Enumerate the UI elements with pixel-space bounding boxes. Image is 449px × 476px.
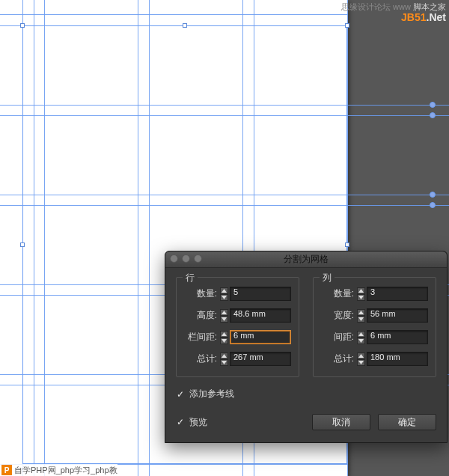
stepper-down-icon[interactable] <box>357 359 365 366</box>
dialog-titlebar[interactable]: 分割为网格 <box>165 251 447 268</box>
stepper-up-icon[interactable] <box>220 353 228 359</box>
watermark: 思缘设计论坛 www 脚本之家 JB51.Net <box>341 1 446 22</box>
stepper-up-icon[interactable] <box>357 353 365 359</box>
stepper-up-icon[interactable] <box>220 331 228 338</box>
dialog-body: 行 数量: 5 高度: <box>165 268 447 442</box>
rows-gutter-input[interactable]: 6 mm <box>230 330 291 344</box>
stepper-up-icon[interactable] <box>357 309 365 316</box>
rows-height-stepper[interactable] <box>220 309 228 323</box>
checkbox-checked-icon[interactable]: ✓ <box>176 418 185 427</box>
selection-handle[interactable] <box>20 23 25 28</box>
minimize-icon[interactable] <box>182 254 190 263</box>
watermark-text: 思缘设计论坛 www <box>341 2 411 11</box>
rows-fieldset: 行 数量: 5 高度: <box>176 277 299 377</box>
rows-height-input[interactable]: 48.6 mm <box>230 308 291 323</box>
stepper-down-icon[interactable] <box>220 316 228 323</box>
stepper-down-icon[interactable] <box>357 294 365 301</box>
stepper-up-icon[interactable] <box>220 287 228 294</box>
checkbox-checked-icon[interactable]: ✓ <box>176 390 185 399</box>
stepper-down-icon[interactable] <box>357 316 365 323</box>
selection-handle[interactable] <box>20 242 25 247</box>
guide-endpoint[interactable] <box>430 112 436 118</box>
watermark-text: Net <box>429 11 446 23</box>
cols-gutter-label: 间距: <box>321 331 354 344</box>
footer-watermark: P 自学PHP网_php学习_php教 <box>0 464 117 476</box>
stepper-down-icon[interactable] <box>357 338 365 344</box>
add-guides-label: 添加参考线 <box>189 388 234 400</box>
rows-total-input[interactable]: 267 mm <box>230 352 291 366</box>
rows-count-stepper[interactable] <box>220 287 228 301</box>
cols-width-input[interactable]: 56 mm <box>367 308 428 323</box>
rows-legend: 行 <box>183 272 198 284</box>
dialog-title: 分割为网格 <box>284 253 329 266</box>
workspace: 思缘设计论坛 www 脚本之家 JB51.Net P 自学PHP网_php学习_… <box>0 0 449 476</box>
cols-width-label: 宽度: <box>321 309 354 322</box>
cols-width-stepper[interactable] <box>357 309 365 323</box>
stepper-up-icon[interactable] <box>220 309 228 316</box>
cols-total-label: 总计: <box>321 353 354 365</box>
stepper-up-icon[interactable] <box>357 287 365 294</box>
ok-button[interactable]: 确定 <box>378 414 436 430</box>
cols-gutter-stepper[interactable] <box>357 331 365 344</box>
cols-count-input[interactable]: 3 <box>367 287 428 301</box>
logo-icon: P <box>1 465 12 475</box>
window-controls <box>170 254 202 263</box>
preview-checkbox-row[interactable]: ✓ 预览 <box>176 416 207 429</box>
cols-legend: 列 <box>320 272 335 284</box>
cols-fieldset: 列 数量: 3 宽度: <box>313 277 436 377</box>
cols-count-stepper[interactable] <box>357 287 365 301</box>
stepper-down-icon[interactable] <box>220 359 228 366</box>
guide-endpoint[interactable] <box>430 202 436 208</box>
rows-count-label: 数量: <box>184 287 217 300</box>
guide-horizontal[interactable] <box>0 14 348 15</box>
cols-total-input[interactable]: 180 mm <box>367 352 428 366</box>
watermark-text: 脚本之家 <box>413 2 446 11</box>
cancel-button[interactable]: 取消 <box>312 414 370 430</box>
split-into-grid-dialog: 分割为网格 行 数量: 5 高度: <box>165 251 448 443</box>
zoom-icon[interactable] <box>194 254 202 263</box>
add-guides-checkbox-row[interactable]: ✓ 添加参考线 <box>176 388 436 400</box>
rows-gutter-stepper[interactable] <box>220 331 228 344</box>
cols-count-label: 数量: <box>321 287 354 300</box>
stepper-down-icon[interactable] <box>220 338 228 344</box>
stepper-down-icon[interactable] <box>220 294 228 301</box>
cols-total-stepper[interactable] <box>357 353 365 366</box>
guide-endpoint[interactable] <box>430 192 436 198</box>
watermark-text: JB51 <box>401 11 426 23</box>
rows-total-stepper[interactable] <box>220 353 228 366</box>
rows-total-label: 总计: <box>184 353 217 365</box>
selection-handle[interactable] <box>345 242 349 247</box>
stepper-up-icon[interactable] <box>357 331 365 338</box>
selection-handle[interactable] <box>183 23 187 28</box>
rows-count-input[interactable]: 5 <box>230 287 291 301</box>
footer-text: 自学PHP网_php学习_php教 <box>14 465 117 476</box>
close-icon[interactable] <box>170 254 178 263</box>
rows-gutter-label: 栏间距: <box>184 331 217 344</box>
preview-label: 预览 <box>189 416 207 429</box>
selection-handle[interactable] <box>345 23 349 28</box>
rows-height-label: 高度: <box>184 309 217 322</box>
cols-gutter-input[interactable]: 6 mm <box>367 330 428 344</box>
guide-endpoint[interactable] <box>430 102 436 108</box>
